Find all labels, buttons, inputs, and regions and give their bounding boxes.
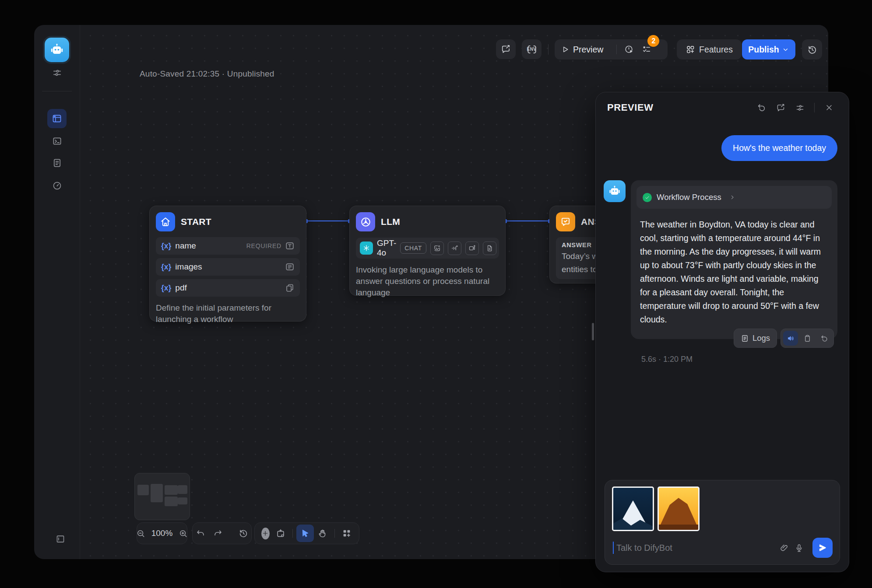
preview-label: Preview xyxy=(573,45,603,55)
bot-avatar-robot-icon xyxy=(604,180,626,202)
node-start-title: START xyxy=(181,217,211,227)
zoom-in-button[interactable] xyxy=(177,525,189,541)
zoom-controls: 100% xyxy=(137,522,187,544)
workflow-process-label: Workflow Process xyxy=(657,192,721,202)
panel-resize-handle[interactable] xyxy=(592,323,594,340)
add-note-button[interactable] xyxy=(273,525,288,541)
minimap-node xyxy=(178,485,187,494)
message-action-group xyxy=(781,329,834,348)
edge-llm-answer xyxy=(506,220,549,221)
sidebar xyxy=(34,25,80,559)
message-actions: Logs xyxy=(734,329,834,348)
undo-button[interactable] xyxy=(193,525,208,541)
text-input-type-icon xyxy=(285,241,295,251)
checklist-badge: 2 xyxy=(647,35,659,47)
conversation-settings-icon[interactable] xyxy=(791,99,808,116)
minimap-node xyxy=(165,497,178,506)
chat-mode-badge: CHAT xyxy=(400,242,426,254)
version-history-button[interactable] xyxy=(802,39,822,60)
restart-conversation-icon[interactable] xyxy=(753,99,770,116)
autosave-status: Auto-Saved 21:02:35 · Unpublished xyxy=(140,69,274,79)
run-group: Preview 2 xyxy=(555,39,668,60)
required-badge: REQUIRED xyxy=(246,242,281,249)
text-caret xyxy=(613,542,614,554)
send-icon xyxy=(818,543,827,553)
paragraph-type-icon xyxy=(285,262,295,272)
start-field-name[interactable]: {x} name REQUIRED xyxy=(156,237,300,255)
node-start-description: Define the initial parameters for launch… xyxy=(156,302,300,325)
hand-tool-button[interactable] xyxy=(315,525,331,541)
pointer-tool-button[interactable] xyxy=(296,525,314,542)
attachment-thumbnail-snow-mountain[interactable] xyxy=(612,486,654,531)
divider xyxy=(548,44,549,55)
divider xyxy=(616,45,617,54)
preview-panel: PREVIEW xyxy=(595,92,849,572)
user-message-bubble: How's the weather today xyxy=(721,135,837,161)
chat-area: How's the weather today xyxy=(596,123,849,364)
sidebar-item-orchestrate-active[interactable] xyxy=(47,109,67,128)
node-start[interactable]: START {x} name REQUIRED {x} images xyxy=(149,206,306,322)
features-button[interactable]: Features xyxy=(677,39,742,60)
microphone-icon[interactable] xyxy=(791,540,806,555)
bot-message-text: The weather in Boydton, VA today is clea… xyxy=(640,218,828,326)
organize-nodes-button[interactable] xyxy=(339,525,355,541)
minimap-node xyxy=(137,485,149,495)
app-logo-robot-icon[interactable] xyxy=(45,38,69,62)
start-field-pdf[interactable]: {x} pdf xyxy=(156,279,300,297)
annotation-icon[interactable] xyxy=(772,99,789,116)
environment-variables-button[interactable]: ENV xyxy=(522,39,541,59)
collapse-sidebar-icon[interactable] xyxy=(53,532,67,546)
history-controls xyxy=(192,522,252,544)
env-label: ENV xyxy=(527,47,536,52)
audio-capability-icon xyxy=(448,242,461,255)
speaker-icon[interactable] xyxy=(783,331,798,346)
annotation-button[interactable] xyxy=(496,39,516,59)
minimap[interactable] xyxy=(134,473,190,520)
send-button[interactable] xyxy=(812,538,833,558)
run-history-button[interactable] xyxy=(620,41,638,58)
sidebar-item-terminal-icon[interactable] xyxy=(47,131,67,150)
field-label: pdf xyxy=(175,283,186,293)
zoom-out-button[interactable] xyxy=(135,525,147,541)
view-history-button[interactable] xyxy=(236,525,251,541)
start-field-images[interactable]: {x} images xyxy=(156,258,300,276)
publish-button[interactable]: Publish xyxy=(742,39,795,60)
checklist-button[interactable]: 2 xyxy=(638,41,655,58)
sidebar-item-settings-sliders-icon[interactable] xyxy=(47,63,67,82)
sidebar-item-logs-icon[interactable] xyxy=(47,153,67,172)
preview-header: PREVIEW xyxy=(596,92,849,123)
preview-run-button[interactable]: Preview xyxy=(557,41,613,58)
play-icon xyxy=(561,45,570,54)
node-llm[interactable]: LLM GPT-4o CHAT xyxy=(349,206,506,296)
field-label: name xyxy=(175,241,196,251)
logs-button[interactable]: Logs xyxy=(734,329,777,348)
answer-icon xyxy=(556,212,575,231)
add-node-button[interactable] xyxy=(261,528,270,539)
preview-title: PREVIEW xyxy=(607,102,654,113)
minimap-node xyxy=(151,484,163,502)
node-llm-title: LLM xyxy=(381,217,400,227)
variable-icon: {x} xyxy=(161,262,171,272)
video-capability-icon xyxy=(465,242,479,255)
workflow-process-toggle[interactable]: Workflow Process xyxy=(636,186,832,209)
close-icon[interactable] xyxy=(821,99,837,116)
minimap-node xyxy=(165,485,178,495)
chat-input-card xyxy=(605,480,840,565)
redo-button[interactable] xyxy=(210,525,226,541)
zoom-level[interactable]: 100% xyxy=(151,528,173,538)
bot-message-row: Workflow Process The weather in Boydton,… xyxy=(604,180,837,339)
sidebar-item-monitoring-icon[interactable] xyxy=(47,176,67,195)
edge-start-llm xyxy=(306,220,349,221)
attached-images xyxy=(612,486,833,531)
copy-icon[interactable] xyxy=(800,331,815,346)
vision-capability-icon xyxy=(430,242,444,255)
attachment-thumbnail-orange-mountain[interactable] xyxy=(658,486,700,531)
field-label: images xyxy=(175,262,202,272)
attach-file-icon[interactable] xyxy=(777,540,791,555)
bot-message-card: Workflow Process The weather in Boydton,… xyxy=(631,180,837,339)
llm-model-selector[interactable]: GPT-4o CHAT xyxy=(356,238,499,259)
chat-input[interactable] xyxy=(615,542,777,553)
home-icon xyxy=(156,212,175,231)
chat-input-row xyxy=(613,537,833,558)
regenerate-icon[interactable] xyxy=(816,331,831,346)
